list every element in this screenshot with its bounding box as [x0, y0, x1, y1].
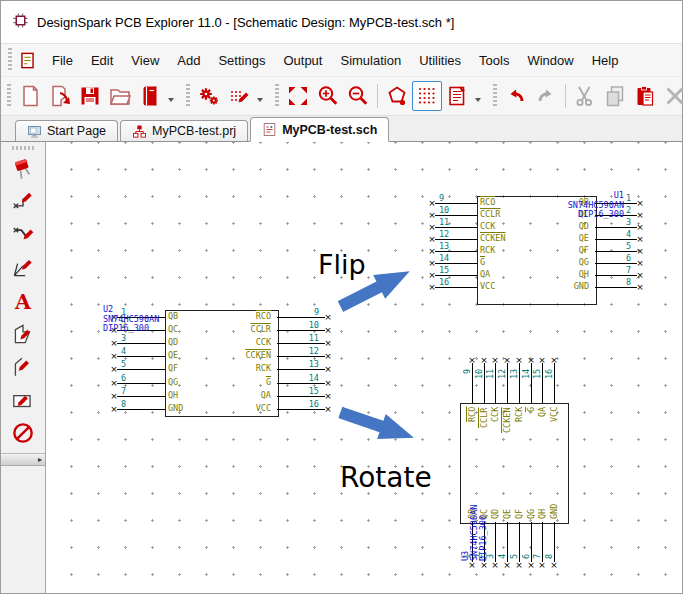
add-component-button[interactable] — [7, 153, 39, 184]
toolbar-grip — [493, 84, 497, 108]
pin-wire — [519, 522, 520, 562]
open-folder-button[interactable] — [105, 81, 135, 111]
toolbar-dropdown-icon[interactable] — [257, 98, 263, 105]
zoom-out-button[interactable] — [343, 81, 373, 111]
add-closed-shape-button[interactable] — [7, 318, 39, 349]
add-open-shape-button[interactable] — [7, 351, 39, 382]
add-rectangle-icon — [10, 387, 36, 413]
pin-wire — [435, 251, 477, 252]
pin-number: 13 — [439, 242, 449, 251]
add-bus-button[interactable] — [7, 219, 39, 250]
toolbar-dropdown-icon[interactable] — [168, 98, 174, 105]
add-connection-button[interactable] — [7, 186, 39, 217]
no-connect-marker: × — [636, 271, 644, 280]
pin-label: RCK — [515, 407, 524, 422]
pin-label: CCK — [491, 407, 500, 422]
schematic-canvas[interactable]: Flip Rotate ×1QB×2QC×3QD×4QE×5QF×6QG×7QH… — [46, 142, 682, 593]
pin-number: 5 — [121, 360, 126, 369]
add-rectangle-button[interactable] — [7, 384, 39, 415]
pin-label: QD — [579, 222, 589, 231]
no-connect-marker: × — [428, 223, 436, 232]
pin-label: QG — [527, 509, 536, 519]
pin-wire — [435, 239, 477, 240]
menu-item-file[interactable]: File — [43, 49, 82, 72]
project-icon — [132, 124, 147, 139]
library-button[interactable] — [135, 81, 165, 111]
no-connect-marker: × — [324, 405, 332, 414]
pin-wire — [595, 239, 637, 240]
app-window: DesignSpark PCB Explorer 11.0 - [Schemat… — [0, 0, 683, 594]
pin-label: VCC — [550, 407, 559, 422]
colours-button[interactable] — [382, 81, 412, 111]
interaction-bar-icon — [445, 84, 469, 108]
pin-number: 15 — [309, 387, 319, 396]
add-circle-button[interactable] — [7, 417, 39, 448]
copy-button[interactable] — [600, 81, 630, 111]
tab-schematic[interactable]: MyPCB-test.sch — [250, 117, 389, 142]
pin-wire — [277, 369, 325, 370]
pin-label: QD — [491, 509, 500, 519]
pin-wire — [542, 363, 543, 403]
new-document-button[interactable] — [15, 81, 45, 111]
pin-label: CCLR — [251, 325, 271, 334]
save-icon — [78, 84, 102, 108]
pin-wire — [595, 263, 637, 264]
pin-number: 2 — [626, 206, 631, 215]
grid-toggle-button[interactable] — [412, 81, 442, 111]
no-connect-marker: × — [428, 199, 436, 208]
menu-item-view[interactable]: View — [122, 49, 168, 72]
menu-item-simulation[interactable]: Simulation — [331, 49, 410, 72]
tab-label: MyPCB-test.sch — [282, 123, 377, 137]
add-text-button[interactable]: A — [7, 285, 39, 316]
settings-gears-icon — [197, 84, 221, 108]
pin-wire — [495, 522, 496, 562]
pin-number: 4 — [498, 554, 507, 559]
save-button[interactable] — [75, 81, 105, 111]
pin-number: 12 — [439, 230, 449, 239]
pin-wire — [435, 275, 477, 276]
open-document-button[interactable] — [45, 81, 75, 111]
pin-number: 15 — [439, 266, 449, 275]
redo-button[interactable] — [531, 81, 561, 111]
menu-item-tools[interactable]: Tools — [470, 49, 518, 72]
pin-wire — [595, 275, 637, 276]
cut-button[interactable] — [570, 81, 600, 111]
pin-label: RCK — [256, 364, 271, 373]
pin-label: GND — [550, 504, 559, 519]
component-labels: U2SN74HC590ANDIP16_300 — [103, 305, 159, 334]
paste-button[interactable] — [630, 81, 660, 111]
no-connect-marker: × — [110, 339, 118, 348]
toolbar-dropdown-icon[interactable] — [475, 98, 481, 105]
zoom-in-button[interactable] — [313, 81, 343, 111]
pin-label: QH — [579, 270, 589, 279]
interaction-bar-button[interactable] — [442, 81, 472, 111]
menu-item-window[interactable]: Window — [518, 49, 582, 72]
no-connect-marker: × — [110, 352, 118, 361]
undo-button[interactable] — [501, 81, 531, 111]
menu-item-edit[interactable]: Edit — [82, 49, 122, 72]
pin-number: 14 — [309, 374, 319, 383]
pin-number: 3 — [626, 218, 631, 227]
add-open-shapes-icon — [10, 255, 36, 281]
no-connect-marker: × — [110, 379, 118, 388]
settings-gears-button[interactable] — [194, 81, 224, 111]
toolbar-overflow-button[interactable]: ▸ — [1, 453, 45, 466]
delete-button[interactable] — [660, 81, 683, 111]
toolbar-grip — [12, 146, 34, 150]
menu-items: FileEditViewAddSettingsOutputSimulationU… — [43, 49, 627, 72]
add-open-shapes-button[interactable] — [7, 252, 39, 283]
no-connect-marker: × — [468, 561, 476, 570]
menu-item-utilities[interactable]: Utilities — [410, 49, 470, 72]
pin-number: 9 — [439, 194, 444, 203]
pin-number: 6 — [522, 554, 531, 559]
zoom-extents-button[interactable] — [283, 81, 313, 111]
design-technology-button[interactable] — [224, 81, 254, 111]
menu-item-settings[interactable]: Settings — [209, 49, 274, 72]
menu-item-add[interactable]: Add — [168, 49, 209, 72]
tab-project[interactable]: MyPCB-test.prj — [120, 120, 248, 141]
menu-item-help[interactable]: Help — [583, 49, 628, 72]
pin-wire — [277, 396, 325, 397]
zoom-extents-icon — [286, 84, 310, 108]
menu-item-output[interactable]: Output — [274, 49, 331, 72]
tab-start-page[interactable]: Start Page — [15, 120, 118, 141]
